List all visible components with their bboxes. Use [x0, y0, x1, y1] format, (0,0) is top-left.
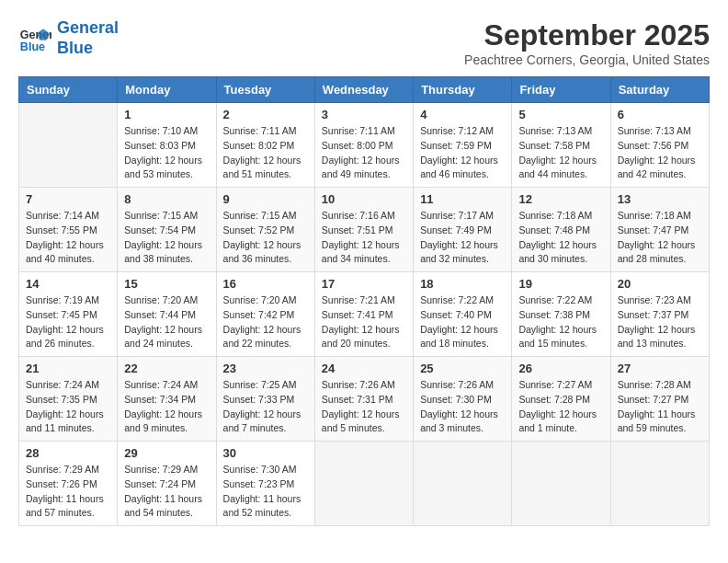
calendar-cell: 29Sunrise: 7:29 AM Sunset: 7:24 PM Dayli… [118, 442, 216, 526]
calendar-cell: 1Sunrise: 7:10 AM Sunset: 8:03 PM Daylig… [118, 103, 216, 188]
calendar-cell: 3Sunrise: 7:11 AM Sunset: 8:00 PM Daylig… [314, 103, 413, 188]
day-number: 15 [124, 277, 209, 291]
page-header: General Blue General Blue September 2025… [18, 18, 710, 67]
calendar-week-row: 28Sunrise: 7:29 AM Sunset: 7:26 PM Dayli… [19, 442, 710, 526]
day-header-saturday: Saturday [610, 77, 709, 103]
day-info: Sunrise: 7:20 AM Sunset: 7:44 PM Dayligh… [124, 293, 209, 351]
calendar-cell: 4Sunrise: 7:12 AM Sunset: 7:59 PM Daylig… [414, 103, 512, 188]
day-number: 12 [518, 192, 603, 206]
calendar-week-row: 14Sunrise: 7:19 AM Sunset: 7:45 PM Dayli… [19, 272, 710, 357]
calendar-cell: 28Sunrise: 7:29 AM Sunset: 7:26 PM Dayli… [19, 442, 118, 526]
day-number: 26 [518, 362, 603, 375]
day-info: Sunrise: 7:29 AM Sunset: 7:26 PM Dayligh… [26, 463, 110, 521]
day-info: Sunrise: 7:18 AM Sunset: 7:47 PM Dayligh… [618, 209, 702, 267]
day-number: 25 [420, 362, 505, 375]
calendar-header-row: SundayMondayTuesdayWednesdayThursdayFrid… [19, 77, 710, 103]
day-info: Sunrise: 7:13 AM Sunset: 7:56 PM Dayligh… [618, 124, 702, 182]
calendar-cell: 18Sunrise: 7:22 AM Sunset: 7:40 PM Dayli… [414, 272, 512, 357]
day-info: Sunrise: 7:22 AM Sunset: 7:38 PM Dayligh… [518, 293, 603, 351]
day-info: Sunrise: 7:27 AM Sunset: 7:28 PM Dayligh… [518, 378, 603, 436]
calendar-cell: 26Sunrise: 7:27 AM Sunset: 7:28 PM Dayli… [512, 357, 610, 442]
calendar-cell: 13Sunrise: 7:18 AM Sunset: 7:47 PM Dayli… [610, 188, 709, 272]
day-number: 18 [420, 277, 505, 291]
svg-text:Blue: Blue [20, 40, 45, 52]
day-info: Sunrise: 7:23 AM Sunset: 7:37 PM Dayligh… [618, 293, 702, 351]
day-info: Sunrise: 7:24 AM Sunset: 7:34 PM Dayligh… [124, 378, 209, 436]
day-info: Sunrise: 7:19 AM Sunset: 7:45 PM Dayligh… [26, 293, 110, 351]
calendar-cell: 6Sunrise: 7:13 AM Sunset: 7:56 PM Daylig… [610, 103, 709, 188]
day-number: 19 [518, 277, 603, 291]
calendar-cell: 2Sunrise: 7:11 AM Sunset: 8:02 PM Daylig… [216, 103, 314, 188]
day-info: Sunrise: 7:15 AM Sunset: 7:54 PM Dayligh… [124, 209, 209, 267]
calendar-cell [314, 442, 413, 526]
calendar-cell [512, 442, 610, 526]
day-number: 6 [618, 108, 702, 121]
calendar-cell: 10Sunrise: 7:16 AM Sunset: 7:51 PM Dayli… [314, 188, 413, 272]
day-info: Sunrise: 7:28 AM Sunset: 7:27 PM Dayligh… [618, 378, 702, 436]
day-header-wednesday: Wednesday [314, 77, 413, 103]
calendar-cell: 14Sunrise: 7:19 AM Sunset: 7:45 PM Dayli… [19, 272, 118, 357]
logo-line1: General [57, 18, 119, 37]
day-info: Sunrise: 7:30 AM Sunset: 7:23 PM Dayligh… [223, 463, 308, 521]
day-number: 13 [618, 192, 702, 206]
day-number: 2 [223, 108, 308, 121]
day-info: Sunrise: 7:22 AM Sunset: 7:40 PM Dayligh… [420, 293, 505, 351]
day-number: 28 [26, 446, 110, 460]
day-info: Sunrise: 7:13 AM Sunset: 7:58 PM Dayligh… [518, 124, 603, 182]
calendar-cell: 15Sunrise: 7:20 AM Sunset: 7:44 PM Dayli… [118, 272, 216, 357]
day-info: Sunrise: 7:15 AM Sunset: 7:52 PM Dayligh… [223, 209, 308, 267]
calendar-cell: 20Sunrise: 7:23 AM Sunset: 7:37 PM Dayli… [610, 272, 709, 357]
day-number: 10 [322, 192, 406, 206]
day-info: Sunrise: 7:11 AM Sunset: 8:00 PM Dayligh… [322, 124, 406, 182]
day-info: Sunrise: 7:20 AM Sunset: 7:42 PM Dayligh… [223, 293, 308, 351]
calendar-cell: 17Sunrise: 7:21 AM Sunset: 7:41 PM Dayli… [314, 272, 413, 357]
day-info: Sunrise: 7:26 AM Sunset: 7:30 PM Dayligh… [420, 378, 505, 436]
day-header-thursday: Thursday [414, 77, 512, 103]
day-header-monday: Monday [118, 77, 216, 103]
day-info: Sunrise: 7:25 AM Sunset: 7:33 PM Dayligh… [223, 378, 308, 436]
day-number: 27 [618, 362, 702, 375]
day-number: 20 [618, 277, 702, 291]
logo: General Blue General Blue [18, 18, 119, 58]
day-number: 17 [322, 277, 406, 291]
day-number: 9 [223, 192, 308, 206]
day-number: 8 [124, 192, 209, 206]
day-number: 21 [26, 362, 110, 375]
calendar-table: SundayMondayTuesdayWednesdayThursdayFrid… [18, 76, 710, 526]
day-number: 29 [124, 446, 209, 460]
day-info: Sunrise: 7:12 AM Sunset: 7:59 PM Dayligh… [420, 124, 505, 182]
calendar-cell [610, 442, 709, 526]
day-info: Sunrise: 7:14 AM Sunset: 7:55 PM Dayligh… [26, 209, 110, 267]
day-info: Sunrise: 7:26 AM Sunset: 7:31 PM Dayligh… [322, 378, 406, 436]
day-info: Sunrise: 7:16 AM Sunset: 7:51 PM Dayligh… [322, 209, 406, 267]
day-number: 3 [322, 108, 406, 121]
day-number: 5 [518, 108, 603, 121]
calendar-week-row: 1Sunrise: 7:10 AM Sunset: 8:03 PM Daylig… [19, 103, 710, 188]
calendar-cell: 7Sunrise: 7:14 AM Sunset: 7:55 PM Daylig… [19, 188, 118, 272]
day-number: 1 [124, 108, 209, 121]
logo-line2: Blue [57, 39, 93, 57]
day-number: 16 [223, 277, 308, 291]
day-info: Sunrise: 7:29 AM Sunset: 7:24 PM Dayligh… [124, 463, 209, 521]
calendar-cell: 23Sunrise: 7:25 AM Sunset: 7:33 PM Dayli… [216, 357, 314, 442]
day-number: 30 [223, 446, 308, 460]
day-number: 14 [26, 277, 110, 291]
calendar-cell: 24Sunrise: 7:26 AM Sunset: 7:31 PM Dayli… [314, 357, 413, 442]
calendar-cell: 19Sunrise: 7:22 AM Sunset: 7:38 PM Dayli… [512, 272, 610, 357]
day-info: Sunrise: 7:24 AM Sunset: 7:35 PM Dayligh… [26, 378, 110, 436]
day-number: 11 [420, 192, 505, 206]
day-number: 23 [223, 362, 308, 375]
calendar-cell: 5Sunrise: 7:13 AM Sunset: 7:58 PM Daylig… [512, 103, 610, 188]
day-info: Sunrise: 7:17 AM Sunset: 7:49 PM Dayligh… [420, 209, 505, 267]
calendar-cell: 16Sunrise: 7:20 AM Sunset: 7:42 PM Dayli… [216, 272, 314, 357]
calendar-cell: 22Sunrise: 7:24 AM Sunset: 7:34 PM Dayli… [118, 357, 216, 442]
day-header-sunday: Sunday [19, 77, 118, 103]
calendar-cell [414, 442, 512, 526]
calendar-cell: 8Sunrise: 7:15 AM Sunset: 7:54 PM Daylig… [118, 188, 216, 272]
calendar-cell: 25Sunrise: 7:26 AM Sunset: 7:30 PM Dayli… [414, 357, 512, 442]
title-block: September 2025 Peachtree Corners, Georgi… [464, 18, 710, 67]
day-number: 24 [322, 362, 406, 375]
calendar-cell: 27Sunrise: 7:28 AM Sunset: 7:27 PM Dayli… [610, 357, 709, 442]
calendar-cell: 12Sunrise: 7:18 AM Sunset: 7:48 PM Dayli… [512, 188, 610, 272]
location: Peachtree Corners, Georgia, United State… [464, 52, 710, 67]
